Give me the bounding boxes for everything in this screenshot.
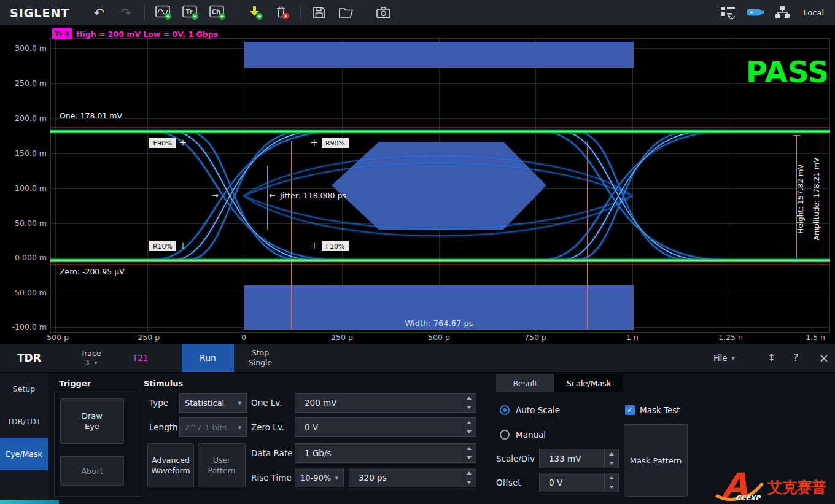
spinner-up-icon[interactable]: [462, 418, 476, 427]
trigger-section-title: Trigger: [59, 379, 91, 388]
mask-test-label: Mask Test: [640, 405, 680, 416]
tab-result[interactable]: Result: [496, 374, 554, 392]
run-button[interactable]: Run: [182, 344, 234, 372]
spinner-up-icon[interactable]: [462, 468, 476, 478]
one-level-spinner[interactable]: 200 mV: [295, 393, 476, 413]
zero-level-spinner[interactable]: 0 V: [295, 417, 476, 437]
height-label: Height: 157.82 mV: [796, 164, 805, 234]
amplitude-label: Amplitude: 178.21 mV: [812, 157, 821, 241]
svg-text:0.000 m: 0.000 m: [15, 253, 47, 262]
spinner-down-icon[interactable]: [462, 453, 476, 462]
spinner-down-icon[interactable]: [462, 427, 476, 436]
spinner-up-icon[interactable]: [605, 473, 618, 483]
network-icon[interactable]: [771, 2, 793, 24]
rise-time-spinner[interactable]: 320 ps: [349, 468, 476, 487]
offset-spinner[interactable]: 0 V: [539, 473, 619, 492]
top-toolbar: SIGLENT ↶ ↷ Tr Ch: [0, 0, 835, 26]
jitter-arrow-right-icon: →: [212, 191, 219, 200]
siglent-logo: SIGLENT: [10, 6, 69, 20]
trace-selector-label: Trace: [80, 349, 101, 358]
control-tabbar: TDR Trace 3 ▾ T21 Run Stop Single File ▾…: [0, 344, 835, 373]
add-math-icon[interactable]: [152, 2, 174, 24]
svg-text:250 p: 250 p: [331, 333, 353, 342]
help-icon[interactable]: ?: [793, 344, 799, 372]
save-icon[interactable]: [308, 2, 330, 24]
trace-id-label[interactable]: T21: [133, 344, 148, 372]
close-icon[interactable]: ×: [819, 344, 829, 372]
accexp-latin-label: CCEXP: [736, 494, 761, 502]
manual-radio[interactable]: [500, 430, 510, 440]
abort-button[interactable]: Abort: [60, 456, 124, 486]
open-folder-icon[interactable]: [335, 2, 357, 24]
f10-marker-label: F10%: [326, 242, 345, 250]
app-title: TDR: [17, 344, 41, 372]
spinner-down-icon[interactable]: [462, 403, 476, 412]
taskbar-peek-strip: [0, 500, 59, 504]
undo-icon[interactable]: ↶: [88, 2, 110, 24]
x-axis-ticks: -500 p-250 p 0250 p 500 p750 p 1 n1.25 n…: [44, 333, 825, 342]
zero-level-field-label: Zero Lv.: [251, 417, 284, 437]
load-waveform-icon[interactable]: [244, 2, 266, 24]
svg-text:Ch: Ch: [212, 9, 220, 15]
length-dropdown[interactable]: 2^7-1 bits ▾: [179, 417, 247, 437]
sidebar-item-setup[interactable]: Setup: [0, 373, 48, 405]
spinner-down-icon[interactable]: [605, 483, 618, 492]
add-trace-icon[interactable]: Tr: [179, 2, 201, 24]
spinner-up-icon[interactable]: [462, 394, 476, 403]
chevron-down-icon: ▾: [94, 359, 97, 366]
manual-label: Manual: [516, 430, 546, 440]
rise-time-mode-value: 10-90%: [300, 473, 331, 483]
svg-text:50.00 m: 50.00 m: [15, 219, 47, 228]
trace-selector[interactable]: Trace 3 ▾: [68, 344, 114, 372]
eye-diagram-plot[interactable]: Width: 764.67 ps: [0, 26, 835, 344]
type-dropdown[interactable]: Statistical ▾: [179, 393, 247, 413]
chevron-down-icon: ▾: [238, 399, 241, 407]
svg-text:1 n: 1 n: [626, 333, 639, 342]
spinner-up-icon[interactable]: [605, 449, 618, 459]
spinner-up-icon[interactable]: [462, 444, 476, 453]
offset-label: Offset: [496, 473, 521, 492]
offset-value: 0 V: [540, 473, 604, 492]
svg-text:200.0 m: 200.0 m: [15, 114, 47, 123]
stop-label: Stop: [252, 348, 269, 358]
usb-device-icon[interactable]: [744, 2, 766, 24]
trace-badge: Tr 3: [55, 30, 69, 38]
svg-text:250.0 m: 250.0 m: [15, 79, 47, 88]
svg-text:-250 p: -250 p: [135, 333, 160, 342]
redo-icon[interactable]: ↷: [115, 2, 137, 24]
scale-div-value: 133 mV: [540, 449, 604, 468]
data-rate-spinner[interactable]: 1 Gb/s: [295, 443, 476, 463]
svg-text:1.5 n: 1.5 n: [806, 333, 825, 342]
add-channel-icon[interactable]: Ch: [206, 2, 228, 24]
scale-div-spinner[interactable]: 133 mV: [539, 449, 619, 468]
file-menu[interactable]: File ▾: [713, 344, 735, 372]
mask-pattern-button[interactable]: Mask Pattern: [624, 424, 688, 497]
collapse-panel-icon[interactable]: ↕: [767, 344, 775, 372]
local-remote-label[interactable]: Local: [803, 8, 824, 17]
auto-scale-label: Auto Scale: [516, 405, 560, 416]
advanced-waveform-label-1: Advanced: [152, 455, 190, 465]
auto-scale-radio[interactable]: [500, 405, 510, 415]
stop-single-button[interactable]: Stop Single: [241, 344, 280, 372]
user-pattern-button[interactable]: User Pattern: [198, 443, 246, 487]
svg-text:500 p: 500 p: [428, 333, 450, 342]
one-level-value: 200 mV: [295, 394, 462, 412]
spinner-down-icon[interactable]: [462, 478, 476, 487]
spinner-down-icon[interactable]: [605, 459, 618, 468]
rise-time-mode-dropdown[interactable]: 10-90% ▾: [295, 468, 344, 487]
width-measurement: Width: 764.67 ps: [405, 319, 473, 328]
accexp-logo-mark: A CCEXP: [715, 467, 764, 502]
screenshot-icon[interactable]: [373, 2, 395, 24]
sidebar-item-tdr-tdt[interactable]: TDR/TDT: [0, 405, 48, 438]
delete-icon[interactable]: [271, 2, 293, 24]
mask-test-checkbox[interactable]: ✓: [625, 405, 635, 415]
advanced-waveform-label-2: Waveform: [151, 465, 190, 476]
panel-sidebar: Setup TDR/TDT Eye/Mask: [0, 373, 48, 504]
jitter-arrow-left-icon: ←: [269, 191, 276, 200]
draw-eye-button[interactable]: Draw Eye: [60, 398, 124, 444]
self-test-icon[interactable]: [717, 2, 739, 24]
sidebar-item-eye-mask[interactable]: Eye/Mask: [0, 438, 48, 470]
advanced-waveform-button[interactable]: Advanced Waveform: [147, 443, 194, 487]
one-level-field-label: One Lv.: [251, 393, 282, 413]
tab-scale-mask[interactable]: Scale/Mask: [554, 374, 623, 392]
